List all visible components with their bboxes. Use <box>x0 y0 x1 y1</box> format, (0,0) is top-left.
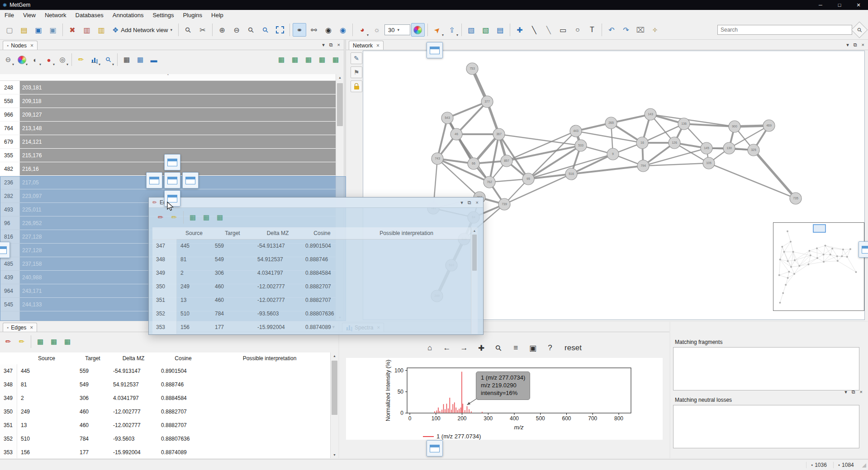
table-restore-layout-button[interactable]: ▦ <box>275 53 288 66</box>
node-size-combobox[interactable]: 30▾ <box>384 24 410 35</box>
tab-network[interactable]: Network × <box>349 41 384 50</box>
pie-charts-visibility-button[interactable]: ◕▾ <box>356 23 369 37</box>
nodes-table-row[interactable]: 248203,181 <box>0 81 336 94</box>
new-project-button[interactable]: ▢ <box>3 23 16 37</box>
color-settings-button[interactable] <box>411 23 425 37</box>
minimize-button[interactable]: ─ <box>811 0 830 10</box>
back-view-button[interactable]: ← <box>440 341 454 355</box>
reset-view-button[interactable]: reset <box>560 341 586 355</box>
paste-metadata-button[interactable]: ▥ <box>95 23 108 37</box>
clean-project-button[interactable]: ✧ <box>648 23 662 37</box>
menu-plugins[interactable]: Plugins <box>178 11 207 19</box>
redo-button[interactable]: ↷ <box>619 23 633 37</box>
floating-panel-float-button[interactable]: ⧉ <box>468 200 471 206</box>
column-header-cosine[interactable]: Cosine <box>157 355 209 362</box>
scroll-thumb[interactable] <box>337 83 343 126</box>
tab-nodes[interactable]: ● Nodes × <box>3 41 38 50</box>
edges-table-row[interactable]: 34923064.03417970.8884584 <box>0 391 330 405</box>
table-restore-layout-button[interactable]: ▦ <box>34 335 47 348</box>
table-options-button[interactable]: ▦ <box>213 211 226 224</box>
zoom-out-button[interactable]: ⊖ <box>230 23 243 37</box>
column-header-cosine[interactable]: Cosine <box>302 230 342 236</box>
link-all-views-button[interactable]: ⚯ <box>307 23 321 37</box>
nodes-table-row[interactable]: 764213,148 <box>0 122 336 135</box>
copy-metadata-button[interactable]: ▥ <box>80 23 94 37</box>
edges-table-row[interactable]: 34923064.03417970.8884584 <box>152 266 470 280</box>
matching-dock-close-button[interactable]: × <box>860 389 863 395</box>
tab-edges-close-icon[interactable]: × <box>30 324 33 331</box>
dock-target-up-indicator[interactable] <box>164 154 180 170</box>
zoom-in-button[interactable]: ⊕ <box>215 23 229 37</box>
zoom-rect-button[interactable]: ⚲ <box>492 341 505 355</box>
menu-view[interactable]: View <box>19 11 40 19</box>
edges-table-row[interactable]: 352510784-93.56030.88807636 <box>152 307 470 320</box>
tab-nodes-close-icon[interactable]: × <box>30 42 33 49</box>
label-highlight-button[interactable]: ✏ <box>75 53 87 66</box>
edges-table-row[interactable]: 3488154954.9125370.888746 <box>152 253 470 266</box>
edges-table-row[interactable]: 350249460-12.0027770.8882707 <box>152 280 470 293</box>
draw-line-button[interactable]: ╲ <box>527 23 541 37</box>
column-header-delta-mz[interactable]: Delta MZ <box>254 230 302 236</box>
minimap-viewport[interactable] <box>813 225 825 232</box>
highlight-red-button[interactable]: ✏ <box>154 211 167 224</box>
find-button[interactable]: ⚲ <box>181 23 195 37</box>
add-network-view-button[interactable]: ❖Add Network view▾ <box>109 23 175 37</box>
draw-text-button[interactable]: T <box>585 23 599 37</box>
table-save-layout-button[interactable]: ▦ <box>200 211 213 224</box>
highlight-yellow-button[interactable]: ✏ <box>15 335 28 348</box>
highlight-yellow-button[interactable]: ✏ <box>168 211 180 224</box>
dock-edge-top-indicator[interactable] <box>427 42 443 58</box>
spectrum-chart[interactable]: 0100200300400500600700800050100Normalize… <box>346 358 663 440</box>
edges-table-row[interactable]: 353156177-15.9920040.8874089 <box>0 446 330 458</box>
floating-panel-menu-button[interactable]: ▾ <box>460 200 463 206</box>
zoom-fit-button[interactable]: ⚲ <box>259 23 272 37</box>
group-mapping-export-button[interactable]: ▧ <box>479 23 493 37</box>
save-figure-button[interactable]: ▣ <box>526 341 540 355</box>
column-header-possible-interpretation[interactable]: Possible interpretation <box>209 355 330 362</box>
nodes-table-header[interactable]: ˆ <box>0 74 336 81</box>
find-in-table-button[interactable]: ⚲▾ <box>102 53 114 66</box>
network-dock-float-button[interactable]: ⧉ <box>854 42 857 48</box>
table-fit-columns-button[interactable]: ▦ <box>316 53 328 66</box>
table-view-colored-button[interactable]: ▦ <box>134 53 147 66</box>
dock-edge-right-indicator[interactable] <box>859 241 868 258</box>
menu-file[interactable]: File <box>0 11 19 19</box>
delete-items-button[interactable]: ⌧ <box>634 23 647 37</box>
pan-tool-button[interactable]: ✚ <box>513 23 526 37</box>
scroll-up-icon[interactable]: ▲ <box>331 352 338 359</box>
scroll-down-icon[interactable]: ▼ <box>331 451 338 458</box>
edges-table-row[interactable]: 35113460-12.0027770.8882707 <box>152 293 470 307</box>
node-size-icon-button[interactable]: ☼ <box>370 23 384 37</box>
menu-settings[interactable]: Settings <box>148 11 178 19</box>
edges-table-row[interactable]: 352510784-93.56030.88807636 <box>0 432 330 446</box>
node-fill-color-button[interactable]: ●▾ <box>43 53 55 66</box>
nodes-dock-close-button[interactable]: × <box>337 42 340 47</box>
matching-fragments-box[interactable] <box>673 347 859 390</box>
process-data-button[interactable]: ✖ <box>66 23 79 37</box>
network-dock-close-button[interactable]: × <box>862 42 864 47</box>
node-outline-color-button[interactable]: ◎▾ <box>56 53 69 66</box>
table-save-layout-button[interactable]: ▦ <box>289 53 301 66</box>
forward-view-button[interactable]: → <box>457 341 471 355</box>
search-input[interactable] <box>717 25 852 35</box>
help-button[interactable]: ? <box>543 341 557 355</box>
table-save-layout-button[interactable]: ▦ <box>47 335 60 348</box>
remove-filter-button[interactable]: ⊖▾ <box>2 53 14 66</box>
column-header-source[interactable]: Source <box>17 355 76 362</box>
undo-button[interactable]: ↶ <box>605 23 618 37</box>
configure-plot-button[interactable]: ≡ <box>509 341 522 355</box>
network-dock-menu-button[interactable]: ▾ <box>846 42 849 48</box>
table-restore-layout-button[interactable]: ▦ <box>186 211 199 224</box>
draw-ellipse-button[interactable]: ○ <box>571 23 584 37</box>
scroll-thumb[interactable] <box>332 361 337 415</box>
neighbors-tool-button[interactable]: ➤▾ <box>431 23 444 37</box>
edges-table-row[interactable]: 3488154954.9125370.888746 <box>0 378 330 391</box>
export-metadata-button[interactable]: ⇪▾ <box>445 23 459 37</box>
edit-annotations-button[interactable]: ✎ <box>351 52 362 64</box>
tab-network-close-icon[interactable]: × <box>376 42 379 49</box>
group-mapping-import-button[interactable]: ▧ <box>465 23 478 37</box>
dock-target-center-indicator[interactable] <box>164 172 180 188</box>
cut-selection-button[interactable]: ✂ <box>196 23 209 37</box>
link-selection-button[interactable]: ⚭ <box>293 23 306 37</box>
dock-edge-bottom-indicator[interactable] <box>427 440 443 456</box>
